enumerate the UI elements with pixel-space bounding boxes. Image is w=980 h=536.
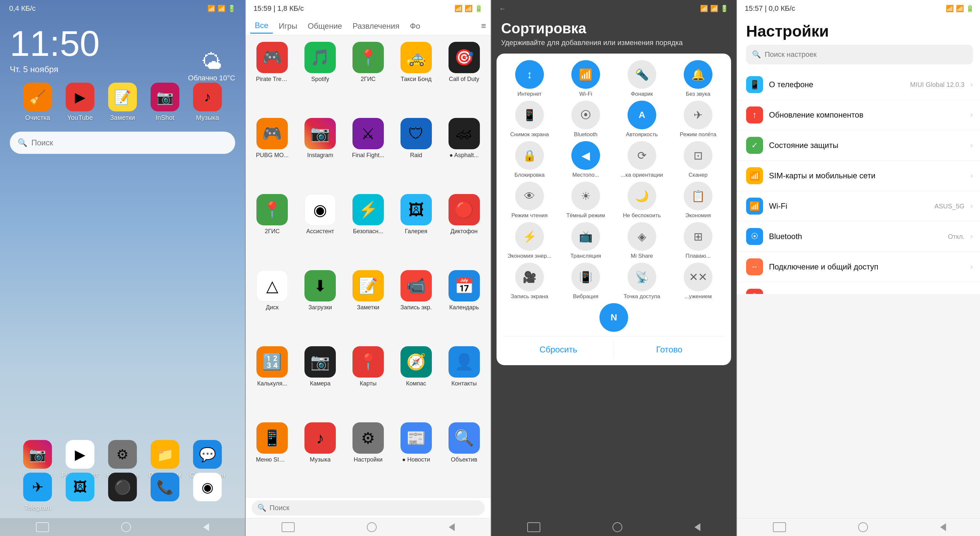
- app-screenrec[interactable]: 📹 Запись экр.: [393, 267, 439, 342]
- qs-lock[interactable]: 🔒 Блокировка: [503, 141, 556, 178]
- app-security[interactable]: ⚡ Безопасн...: [345, 191, 392, 266]
- tab-social[interactable]: Общение: [303, 19, 347, 33]
- app-settings2[interactable]: ⚙ Настройки: [345, 419, 392, 494]
- app-news[interactable]: 📰 ● Новости: [393, 419, 439, 494]
- settings-about[interactable]: 📱 О телефоне MIUI Global 12.0.3 ›: [737, 70, 980, 100]
- dock-camera[interactable]: ⚫: [106, 472, 139, 512]
- app-camera[interactable]: 📷 Камера: [297, 343, 344, 418]
- nav-back-qs[interactable]: [527, 522, 540, 532]
- app-notes[interactable]: 📝 Заметки: [106, 83, 139, 121]
- nav-home-drawer[interactable]: [367, 522, 377, 532]
- nav-back-drawer[interactable]: [282, 522, 295, 532]
- app-youtube[interactable]: ▶ YouTube: [64, 83, 96, 121]
- tab-more[interactable]: Фо: [406, 19, 425, 33]
- nav-recents-button[interactable]: [203, 523, 209, 531]
- app-downloads[interactable]: ⬇ Загрузки: [297, 267, 344, 342]
- tab-all[interactable]: Все: [250, 18, 273, 33]
- qs-flashlight[interactable]: 🔦 Фонарик: [616, 60, 668, 97]
- tab-games[interactable]: Игры: [274, 19, 302, 33]
- qs-more[interactable]: ✕✕ ...ужением: [671, 262, 725, 300]
- settings-connections[interactable]: ↔ Подключение и общий доступ ›: [737, 252, 980, 282]
- qs-airplane[interactable]: ✈ Режим полёта: [671, 100, 725, 138]
- drawer-search-bar[interactable]: 🔍: [246, 497, 491, 518]
- settings-updates[interactable]: ↑ Обновление компонентов ›: [737, 100, 980, 130]
- dock-phone[interactable]: 📞: [149, 472, 181, 512]
- settings-search-bar[interactable]: 🔍: [746, 45, 973, 64]
- home-search-bar[interactable]: 🔍: [10, 132, 235, 154]
- tab-entertainment[interactable]: Развлечения: [348, 19, 404, 33]
- drawer-search-input[interactable]: [269, 504, 479, 512]
- settings-search-input[interactable]: [765, 50, 967, 59]
- qs-economy[interactable]: 📋 Экономия: [671, 181, 725, 219]
- app-calc[interactable]: 🔢 Калькуля...: [249, 343, 296, 418]
- qs-bluetooth[interactable]: ⦿ Bluetooth: [559, 100, 612, 138]
- settings-bluetooth[interactable]: ⦿ Bluetooth Откл. ›: [737, 221, 980, 252]
- qs-rotation[interactable]: ⟳ ...ка ориентации: [616, 141, 668, 178]
- settings-sim[interactable]: 📶 SIM-карты и мобильные сети ›: [737, 161, 980, 191]
- qs-batsave[interactable]: ⚡ Экономия энер...: [503, 222, 556, 259]
- app-raid[interactable]: 🛡 Raid: [393, 115, 439, 189]
- qs-mishare[interactable]: ◈ Mi Share: [616, 222, 668, 259]
- settings-security[interactable]: ✓ Состояние защиты ›: [737, 130, 980, 161]
- app-notes2[interactable]: 📝 Заметки: [345, 267, 392, 342]
- qs-location[interactable]: ◀ Местопо...: [559, 141, 612, 178]
- dock-telegram[interactable]: ✈ Telegram: [21, 472, 54, 512]
- app-drive[interactable]: △ Диск: [249, 267, 296, 342]
- icon-instagram: 📷: [304, 118, 336, 149]
- app-finalfight[interactable]: ⚔ Final Fight...: [345, 115, 392, 189]
- tab-menu-icon[interactable]: ≡: [481, 21, 486, 31]
- nav-back-settings[interactable]: [773, 522, 786, 532]
- qs-screenrec[interactable]: 🎥 Запись экрана: [503, 262, 556, 300]
- qs-silent[interactable]: 🔔 Без звука: [671, 60, 725, 97]
- app-taxi[interactable]: 🚕 Такси Бонд: [393, 38, 439, 113]
- dock-gallery[interactable]: 🖼: [64, 472, 96, 512]
- reset-button[interactable]: Сбросить: [503, 341, 614, 359]
- qs-wifi[interactable]: 📶 Wi-Fi: [559, 60, 612, 97]
- app-inshot[interactable]: 📷 InShot: [149, 83, 181, 121]
- nav-home-qs[interactable]: [612, 522, 622, 532]
- home-search-input[interactable]: [31, 138, 228, 147]
- nav-recents-qs[interactable]: [695, 523, 700, 531]
- app-gallery[interactable]: 🖼 Галерея: [393, 191, 439, 266]
- app-maps[interactable]: 📍 Карты: [345, 343, 392, 418]
- settings-wifi[interactable]: 📶 Wi-Fi ASUS_5G ›: [737, 191, 980, 221]
- app-asphalt[interactable]: 🏎 ● Asphalt...: [441, 115, 487, 189]
- qs-screenshot[interactable]: 📱 Снимок экрана: [503, 100, 556, 138]
- dock-chrome[interactable]: ◉: [191, 472, 224, 512]
- app-lens[interactable]: 🔍 Объектив: [441, 419, 487, 494]
- settings-lockscreen[interactable]: 🔒 Блокировка экрана ›: [737, 282, 980, 294]
- app-music[interactable]: ♪ Музыка: [191, 83, 224, 121]
- nav-home-button[interactable]: [121, 522, 131, 532]
- qs-scanner[interactable]: ⊡ Сканер: [671, 141, 725, 178]
- app-music2[interactable]: ♪ Музыка: [297, 419, 344, 494]
- done-button[interactable]: Готово: [614, 341, 725, 359]
- app-pubg[interactable]: 🎮 PUBG MO...: [249, 115, 296, 189]
- qs-vibrate[interactable]: 📳 Вибрация: [559, 262, 612, 300]
- app-compass[interactable]: 🧭 Компас: [393, 343, 439, 418]
- app-spotify[interactable]: 🎵 Spotify: [297, 38, 344, 113]
- nav-back-button[interactable]: [36, 522, 49, 532]
- app-pirate[interactable]: 🎮 Pirate Trea...: [249, 38, 296, 113]
- app-assistant[interactable]: ◉ Ассистент: [297, 191, 344, 266]
- app-instagram[interactable]: 📷 Instagram: [297, 115, 344, 189]
- app-contacts[interactable]: 👤 Контакты: [441, 343, 487, 418]
- qs-darkmode[interactable]: ☀ Тёмный режим: [559, 181, 612, 219]
- qs-btn-nfc[interactable]: N: [600, 303, 628, 332]
- qs-float[interactable]: ⊞ Плаваю...: [671, 222, 725, 259]
- qs-reading[interactable]: 👁 Режим чтения: [503, 181, 556, 219]
- app-2gis2[interactable]: 📍 2ГИС: [249, 191, 296, 266]
- app-sim[interactable]: 📱 Меню SIM...: [249, 419, 296, 494]
- nav-home-settings[interactable]: [858, 522, 868, 532]
- nav-recents-drawer[interactable]: [449, 523, 455, 531]
- qs-internet[interactable]: ↕ Интернет: [503, 60, 556, 97]
- qs-hotspot[interactable]: 📡 Точка доступа: [616, 262, 668, 300]
- qs-dnd[interactable]: 🌙 Не беспокоить: [616, 181, 668, 219]
- qs-cast[interactable]: 📺 Трансляция: [559, 222, 612, 259]
- app-2gis[interactable]: 📍 2ГИС: [345, 38, 392, 113]
- app-cleaner[interactable]: 🧹 Очистка: [21, 83, 54, 121]
- app-calendar[interactable]: 📅 Календарь: [441, 267, 487, 342]
- qs-autobrightness[interactable]: A Автояркость: [616, 100, 668, 138]
- nav-recents-settings[interactable]: [940, 523, 946, 531]
- app-recorder[interactable]: 🔴 Диктофон: [441, 191, 487, 266]
- app-cod[interactable]: 🎯 Call of Duty: [441, 38, 487, 113]
